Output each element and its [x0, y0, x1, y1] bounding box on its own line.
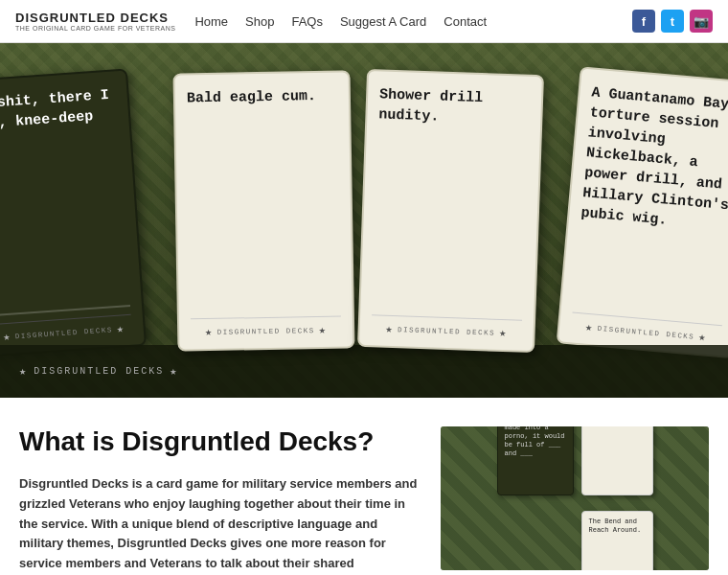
product-image: If my deployment was made into a porno, … — [441, 426, 709, 570]
card-1-text: o shit, there I as, knee-deep in — [0, 84, 119, 154]
product-cards-mini: If my deployment was made into a porno, … — [497, 426, 653, 570]
content-body: Disgruntled Decks is a card game for mil… — [19, 474, 421, 575]
nav-suggest[interactable]: Suggest A Card — [340, 14, 426, 29]
nav-shop[interactable]: Shop — [245, 14, 274, 29]
star-brand-left: ★ — [19, 364, 28, 379]
logo-subtitle: The Original Card Game for Veterans — [15, 25, 175, 32]
star-icon-right-3: ★ — [498, 326, 507, 340]
nav-home[interactable]: Home — [194, 14, 228, 29]
card-4-footer: ★ Disgruntled Decks ★ — [570, 311, 721, 346]
mini-card-pt-belts: PT belts. — [581, 426, 653, 495]
card-3-footer: ★ Disgruntled Decks ★ — [371, 314, 522, 340]
mini-card-dark: If my deployment was made into a porno, … — [497, 426, 574, 495]
cards-container: o shit, there I as, knee-deep in ★ Disgr… — [0, 72, 728, 359]
twitter-icon[interactable]: t — [661, 10, 684, 33]
card-1-divider — [0, 305, 130, 316]
social-icons: f t 📷 — [632, 10, 713, 33]
card-2: Bald eagle cum. ★ Disgruntled Decks ★ — [172, 70, 354, 351]
main-nav: Home Shop FAQs Suggest A Card Contact — [194, 14, 632, 29]
card-3: Shower drill nudity. ★ Disgruntled Decks… — [356, 69, 543, 353]
logo-area: Disgruntled Decks The Original Card Game… — [15, 11, 175, 32]
hero-bottom-strip: ★ Disgruntled Decks ★ — [0, 345, 728, 398]
facebook-icon[interactable]: f — [632, 10, 655, 33]
card-2-text: Bald eagle cum. — [186, 86, 336, 109]
content-heading: What is Disgruntled Decks? — [19, 426, 421, 457]
star-icon-left: ★ — [2, 330, 11, 345]
card-1-footer: ★ Disgruntled Decks ★ — [0, 314, 132, 345]
nav-faqs[interactable]: FAQs — [291, 14, 323, 29]
star-icon-left-2: ★ — [204, 325, 213, 339]
hero-bottom-brand: ★ Disgruntled Decks ★ — [19, 364, 179, 379]
card-4: A Guantanamo Bay torture session involvi… — [556, 66, 728, 358]
card-2-footer: ★ Disgruntled Decks ★ — [190, 316, 340, 340]
star-icon-right-2: ★ — [318, 323, 327, 337]
content-left: What is Disgruntled Decks? Disgruntled D… — [19, 426, 421, 575]
card-1: o shit, there I as, knee-deep in ★ Disgr… — [0, 69, 146, 357]
star-icon-left-3: ★ — [385, 322, 394, 336]
instagram-icon[interactable]: 📷 — [690, 10, 713, 33]
nav-contact[interactable]: Contact — [444, 14, 487, 29]
card-3-text: Shower drill nudity. — [378, 84, 530, 129]
hero-section: o shit, there I as, knee-deep in ★ Disgr… — [0, 43, 728, 398]
logo-title: Disgruntled Decks — [15, 11, 175, 25]
content-section: What is Disgruntled Decks? Disgruntled D… — [0, 398, 728, 575]
card-4-text: A Guantanamo Bay torture session involvi… — [580, 82, 728, 236]
star-brand-right: ★ — [170, 364, 178, 379]
star-icon-left-4: ★ — [584, 320, 594, 335]
content-right: If my deployment was made into a porno, … — [441, 426, 709, 575]
header: Disgruntled Decks The Original Card Game… — [0, 0, 728, 43]
star-icon-right: ★ — [116, 321, 125, 336]
content-body-text: Disgruntled Decks is a card game for mil… — [19, 476, 417, 575]
star-icon-right-4: ★ — [697, 330, 707, 345]
mini-card-bend: The Bend and Reach Around. — [581, 511, 653, 570]
